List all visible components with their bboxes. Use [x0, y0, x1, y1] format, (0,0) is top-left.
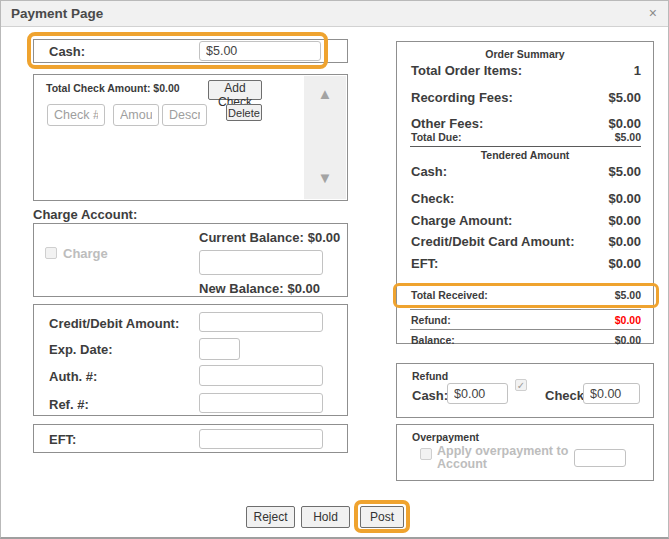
window-title: Payment Page [11, 6, 103, 21]
title-bar: Payment Page × [1, 1, 668, 27]
charge-account-title: Charge Account: [33, 207, 137, 222]
eft-input[interactable] [199, 429, 323, 449]
summary-row-other-fees: Other Fees:$0.00 [411, 116, 641, 131]
auth-number-input[interactable] [199, 365, 323, 386]
eft-label: EFT: [49, 432, 76, 447]
refund-panel: Refund Cash: ✓ Check: [396, 363, 654, 418]
ref-number-input[interactable] [199, 393, 323, 413]
scroll-up-icon[interactable]: ▲ [304, 85, 346, 102]
charge-panel: Charge Current Balance:$0.00 New Balance… [33, 223, 348, 297]
post-button[interactable]: Post [360, 506, 404, 528]
exp-date-input[interactable] [199, 338, 240, 360]
charge-checkbox[interactable] [45, 247, 57, 259]
tendered-row-check: Check:$0.00 [411, 191, 641, 206]
cash-highlight: Cash: [27, 32, 328, 69]
scroll-down-icon[interactable]: ▼ [304, 169, 346, 186]
summary-divider-2 [410, 309, 641, 310]
auth-number-label: Auth. #: [49, 369, 97, 384]
order-summary-title: Order Summary [397, 48, 653, 60]
summary-row-balance: Balance:$0.00 [411, 334, 641, 346]
summary-row-total-due: Total Due:$5.00 [411, 131, 641, 143]
overpayment-panel: Overpayment Apply overpayment to Account [396, 424, 654, 481]
charge-checkbox-label: Charge [63, 246, 108, 261]
summary-row-total-received: Total Received:$5.00 [411, 289, 641, 301]
refund-check-label: Check: [545, 388, 588, 403]
summary-row-refund: Refund:$0.00 [411, 314, 641, 326]
tendered-row-credit-debit: Credit/Debit Card Amount:$0.00 [411, 234, 641, 249]
tendered-row-eft: EFT:$0.00 [411, 256, 641, 271]
check-panel: Total Check Amount: $0.00 Add Check Dele… [33, 74, 348, 201]
cash-input[interactable] [199, 41, 321, 61]
refund-check-input[interactable] [583, 383, 640, 404]
hold-button[interactable]: Hold [301, 506, 350, 528]
refund-title: Refund [412, 370, 448, 382]
check-amount-input[interactable] [113, 104, 159, 126]
summary-divider-3 [410, 329, 641, 330]
close-icon[interactable]: × [649, 5, 657, 21]
check-list-scrollbar[interactable]: ▲ ▼ [304, 76, 346, 199]
apply-overpayment-label: Apply overpayment to Account [437, 445, 577, 471]
summary-row-recording-fees: Recording Fees:$5.00 [411, 90, 641, 105]
tendered-row-cash: Cash:$5.00 [411, 164, 641, 179]
current-balance: Current Balance:$0.00 [199, 230, 340, 245]
new-balance: New Balance:$0.00 [199, 281, 320, 296]
refund-checkbox[interactable]: ✓ [515, 379, 527, 391]
reject-button[interactable]: Reject [246, 506, 295, 528]
cash-label: Cash: [49, 44, 85, 59]
order-summary-panel: Order Summary Total Order Items:1 Record… [396, 41, 654, 344]
summary-divider [410, 146, 641, 147]
summary-row-total-order-items: Total Order Items:1 [411, 63, 641, 78]
exp-date-label: Exp. Date: [49, 342, 113, 357]
credit-debit-amount-label: Credit/Debit Amount: [49, 316, 179, 331]
check-number-input[interactable] [47, 104, 105, 126]
credit-debit-panel: Credit/Debit Amount: Exp. Date: Auth. #:… [33, 304, 348, 416]
total-check-amount-label: Total Check Amount: $0.00 [46, 82, 180, 94]
tendered-row-charge-amount: Charge Amount:$0.00 [411, 213, 641, 228]
refund-cash-label: Cash: [412, 388, 448, 403]
overpayment-account-input[interactable] [574, 449, 626, 467]
add-check-button[interactable]: Add Check [208, 80, 262, 100]
charge-account-input[interactable] [199, 250, 323, 275]
delete-check-button[interactable]: Delete [226, 104, 262, 121]
tendered-amount-title: Tendered Amount [397, 149, 653, 161]
credit-debit-amount-input[interactable] [199, 312, 323, 332]
payment-page-dialog: Payment Page × Cash: Total Check Amount:… [0, 0, 669, 539]
eft-panel: EFT: [33, 424, 348, 453]
overpayment-title: Overpayment [412, 431, 479, 443]
check-description-input[interactable] [162, 104, 207, 126]
refund-cash-input[interactable] [447, 383, 508, 404]
ref-number-label: Ref. #: [49, 397, 89, 412]
apply-overpayment-checkbox[interactable] [420, 448, 432, 460]
